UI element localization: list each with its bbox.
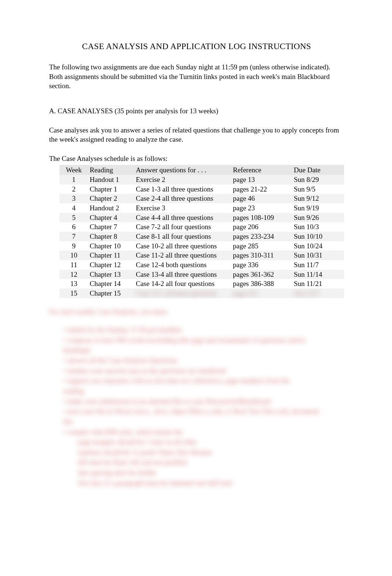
- schedule-intro: The Case Analyses schedule is as follows…: [49, 154, 344, 163]
- schedule-table: Week Reading Answer questions for . . . …: [59, 165, 344, 298]
- cell-reading: Chapter 4: [88, 213, 134, 223]
- col-reading: Reading: [88, 165, 134, 175]
- table-row: 4Handout 2Exercise 3page 23Sun 9/19: [59, 203, 344, 213]
- blurred-heading: For each weekly Case Analysis, you must:: [49, 307, 344, 317]
- document-page: CASE ANALYSIS AND APPLICATION LOG INSTRU…: [0, 0, 392, 487]
- blurred-line: page margins should be 1 inch on all sid…: [49, 437, 344, 447]
- blurred-line: • comply with APA style, which means the: [49, 427, 344, 437]
- cell-week: 10: [59, 251, 88, 260]
- cell-reference: page 411: [231, 289, 292, 298]
- table-row: 11Chapter 12Case 12-4 both questionspage…: [59, 260, 344, 270]
- cell-week: 15: [59, 289, 88, 298]
- cell-answer: Case 7-2 all four questions: [134, 222, 231, 232]
- cell-reference: pages 233-234: [231, 232, 292, 241]
- cell-answer: Case 12-4 both questions: [134, 260, 231, 270]
- col-answer: Answer questions for . . .: [134, 165, 231, 175]
- col-reference: Reference: [231, 165, 292, 175]
- cell-due: Sun 9/12: [292, 194, 344, 203]
- cell-week: 13: [59, 279, 88, 289]
- cell-answer: Exercise 3: [134, 203, 231, 213]
- table-row: 6Chapter 7Case 7-2 all four questionspag…: [59, 222, 344, 232]
- col-week: Week: [59, 165, 88, 175]
- cell-reference: pages 310-311: [231, 251, 292, 260]
- cell-answer: Case 15-1 all three questions: [134, 289, 231, 298]
- blurred-line: left must be flush, left and not justifi…: [49, 458, 344, 467]
- col-due: Due Date: [292, 165, 344, 175]
- cell-week: 5: [59, 213, 88, 223]
- cell-due: Sun 10/3: [292, 222, 344, 232]
- cell-reading: Chapter 8: [88, 232, 134, 241]
- cell-reading: Handout 2: [88, 203, 134, 213]
- blurred-line: • save your file in Word (.docx, .doc), …: [49, 407, 344, 416]
- cell-reading: Chapter 10: [88, 241, 134, 251]
- cell-reference: page 13: [231, 175, 292, 184]
- cell-week: 6: [59, 222, 88, 232]
- cell-reading: Chapter 1: [88, 184, 134, 194]
- cell-week: 1: [59, 175, 88, 184]
- table-row: 15Chapter 15Case 15-1 all three question…: [59, 289, 344, 298]
- cell-due: Sun 11/7: [292, 260, 344, 270]
- cell-answer: Case 2-4 all three questions: [134, 194, 231, 203]
- cell-due: Sun 11/21: [292, 279, 344, 289]
- cell-reference: page 336: [231, 260, 292, 270]
- blurred-line: • compose at least 300 words (excluding …: [49, 335, 344, 345]
- blurred-line: • number your answers just as the questi…: [49, 366, 344, 376]
- cell-reference: page 46: [231, 194, 292, 203]
- cell-reading: Chapter 14: [88, 279, 134, 289]
- cell-reference: pages 361-362: [231, 270, 292, 279]
- cell-week: 2: [59, 184, 88, 194]
- blurred-line: • make your submission in an attached fi…: [49, 397, 344, 406]
- cell-answer: Case 10-2 all three questions: [134, 241, 231, 251]
- blurred-line: • answer all the Case Analysis Questions: [49, 356, 344, 365]
- blurred-line: • support you responses with no less tha…: [49, 376, 344, 386]
- cell-reading: Chapter 7: [88, 222, 134, 232]
- cell-answer: Case 11-2 all three questions: [134, 251, 231, 260]
- cell-reference: pages 21-22: [231, 184, 292, 194]
- cell-answer: Case 14-2 all four questions: [134, 279, 231, 289]
- table-row: 13Chapter 14Case 14-2 all four questions…: [59, 279, 344, 289]
- page-title: CASE ANALYSIS AND APPLICATION LOG INSTRU…: [49, 41, 344, 52]
- cell-due: Sun 9/19: [292, 203, 344, 213]
- table-row: 1Handout 1Exercise 2page 13Sun 8/29: [59, 175, 344, 184]
- table-row: 12Chapter 13Case 13-4 all three question…: [59, 270, 344, 279]
- cell-reference: page 285: [231, 241, 292, 251]
- table-row: 9Chapter 10Case 10-2 all three questions…: [59, 241, 344, 251]
- blurred-line: first line of a paragraph must be indent…: [49, 478, 344, 488]
- cell-answer: Case 4-4 all three questions: [134, 213, 231, 223]
- cell-due: Sun 8/29: [292, 175, 344, 184]
- table-row: 7Chapter 8Case 8-1 all four questionspag…: [59, 232, 344, 241]
- cell-reference: page 23: [231, 203, 292, 213]
- cell-due: Sun 9/26: [292, 213, 344, 223]
- cell-reading: Chapter 15: [88, 289, 134, 298]
- section-a-heading: A. CASE ANALYSES (35 points per analysis…: [49, 106, 344, 116]
- blurred-line: typeface should be 12-point Times New Ro…: [49, 448, 344, 457]
- blurred-content: For each weekly Case Analysis, you must:…: [49, 307, 344, 488]
- cell-due: Sun 9/5: [292, 184, 344, 194]
- table-header-row: Week Reading Answer questions for . . . …: [59, 165, 344, 175]
- cell-reference: page 206: [231, 222, 292, 232]
- blurred-line: file: [49, 417, 344, 427]
- cell-reference: pages 108-109: [231, 213, 292, 223]
- table-row: 5Chapter 4Case 4-4 all three questionspa…: [59, 213, 344, 223]
- blurred-line: headings): [49, 345, 344, 355]
- blurred-line: reading: [49, 386, 344, 396]
- cell-due: Sun 11/14: [292, 270, 344, 279]
- cell-reading: Chapter 11: [88, 251, 134, 260]
- cell-reading: Chapter 13: [88, 270, 134, 279]
- schedule-table-container: Week Reading Answer questions for . . . …: [49, 165, 344, 298]
- cell-week: 11: [59, 260, 88, 270]
- cell-answer: Exercise 2: [134, 175, 231, 184]
- cell-answer: Case 8-1 all four questions: [134, 232, 231, 241]
- cell-due: Sun 10/24: [292, 241, 344, 251]
- cell-week: 4: [59, 203, 88, 213]
- cell-due: Sun 10/10: [292, 232, 344, 241]
- table-row: 10Chapter 11Case 11-2 all three question…: [59, 251, 344, 260]
- cell-reading: Chapter 12: [88, 260, 134, 270]
- cell-week: 3: [59, 194, 88, 203]
- case-description: Case analyses ask you to answer a series…: [49, 125, 344, 144]
- table-row: 3Chapter 2Case 2-4 all three questionspa…: [59, 194, 344, 203]
- cell-reading: Chapter 2: [88, 194, 134, 203]
- blurred-line: • submit by the Sunday 11:59 pm deadline: [49, 325, 344, 335]
- intro-paragraph: The following two assignments are due ea…: [49, 62, 344, 91]
- cell-answer: Case 1-3 all three questions: [134, 184, 231, 194]
